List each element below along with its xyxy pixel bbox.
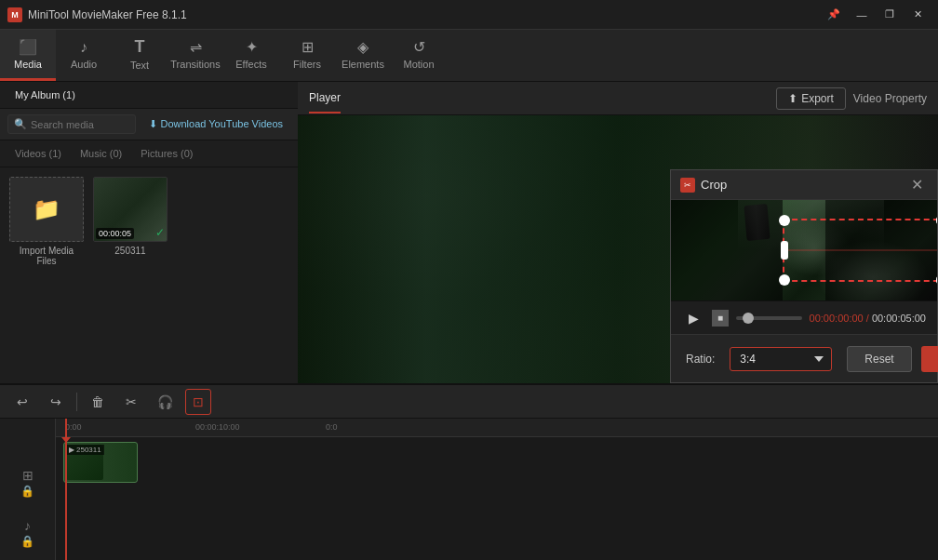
tab-audio-label: Audio <box>71 59 97 70</box>
cut-button[interactable]: ✂ <box>118 389 144 415</box>
video-track-label: ⊞ 🔒 <box>0 460 55 506</box>
crop-close-button[interactable]: ✕ <box>905 174 928 196</box>
left-panel-header: 🔍 ⬇ Download YouTube Videos <box>0 109 298 140</box>
progress-bar[interactable] <box>736 316 802 320</box>
import-media-item[interactable]: 📁 Import Media Files <box>9 177 84 266</box>
tab-filters[interactable]: ⊞ Filters <box>279 30 335 81</box>
right-panel: Player ⬆ Export Video Property <box>298 82 938 383</box>
effects-icon: ✦ <box>246 38 258 56</box>
tab-audio[interactable]: ♪ Audio <box>56 30 112 81</box>
audio-lock-icon: 🔒 <box>20 535 34 548</box>
crop-dialog: ✂ Crop ✕ <box>670 169 938 383</box>
progress-thumb[interactable] <box>743 313 754 324</box>
video-check-icon: ✓ <box>155 226 165 239</box>
handle-bottom-left[interactable] <box>779 274 790 286</box>
app-icon: M <box>7 7 22 22</box>
ratio-select-wrapper: Original 1:1 4:3 3:4 16:9 9:16 Custom <box>730 347 832 371</box>
tab-text-label: Text <box>130 60 149 71</box>
handle-bottom[interactable] <box>936 276 937 284</box>
timeline-tracks: 0:00 00:00:10:00 0:0 ▶ 250311 <box>56 419 938 560</box>
divider-1 <box>76 393 77 411</box>
nav-pictures[interactable]: Pictures (0) <box>133 144 200 163</box>
import-label: Import Media Files <box>9 246 84 266</box>
stop-button[interactable]: ■ <box>712 310 729 327</box>
crop-button[interactable]: ⊡ <box>185 389 211 415</box>
search-bar: 🔍 <box>7 114 136 134</box>
stop-icon: ■ <box>717 313 723 323</box>
player-controls: ▶ ■ 00:00:00:00 / 00:00:05:00 <box>671 300 937 334</box>
total-time: 00:00:05:00 <box>872 313 926 324</box>
close-button[interactable]: ✕ <box>904 6 931 24</box>
crop-box[interactable] <box>783 219 937 282</box>
video-media-item[interactable]: 00:00:05 ✓ 250311 <box>93 177 168 266</box>
ruler-mark-10: 00:00:10:00 <box>195 422 240 432</box>
tab-effects[interactable]: ✦ Effects <box>223 30 279 81</box>
time-display: 00:00:00:00 / 00:00:05:00 <box>810 313 926 324</box>
tab-transitions-label: Transitions <box>170 59 220 70</box>
ratio-select[interactable]: Original 1:1 4:3 3:4 16:9 9:16 Custom <box>730 347 832 371</box>
video-thumb: 00:00:05 ✓ <box>93 177 168 242</box>
undo-button[interactable]: ↩ <box>9 389 35 415</box>
clip-icon: ▶ <box>69 446 74 454</box>
player-tab[interactable]: Player <box>309 84 341 113</box>
ok-button[interactable]: OK <box>921 346 938 372</box>
tab-text[interactable]: T Text <box>112 30 168 81</box>
search-input[interactable] <box>31 119 129 130</box>
nav-music[interactable]: Music (0) <box>73 144 129 163</box>
media-content: 📁 Import Media Files 00:00:05 ✓ 250311 <box>0 167 298 383</box>
handle-top-left[interactable] <box>779 215 790 226</box>
audio-button[interactable]: 🎧 <box>152 389 178 415</box>
crop-dialog-icon: ✂ <box>680 178 695 193</box>
crop-preview <box>671 200 937 300</box>
main-toolbar: ⬛ Media ♪ Audio T Text ⇌ Transitions ✦ E… <box>0 30 938 82</box>
timeline-area: ⊞ 🔒 ♪ 🔒 0:00 00:00:10:00 0:0 <box>0 419 938 560</box>
export-icon: ⬆ <box>788 92 797 105</box>
tab-media[interactable]: ⬛ Media <box>0 30 56 81</box>
delete-button[interactable]: 🗑 <box>85 389 111 415</box>
timeline-ruler: 0:00 00:00:10:00 0:0 <box>56 419 938 437</box>
pin-button[interactable]: 📌 <box>821 6 847 24</box>
folder-icon: 📁 <box>33 196 60 222</box>
audio-track <box>56 487 938 525</box>
video-track: ▶ 250311 <box>56 439 938 486</box>
tab-effects-label: Effects <box>235 59 266 70</box>
tab-filters-label: Filters <box>293 59 321 70</box>
tab-motion-label: Motion <box>403 59 434 70</box>
play-button[interactable]: ▶ <box>682 307 704 329</box>
window-controls: 📌 — ❐ ✕ <box>821 6 931 24</box>
filters-icon: ⊞ <box>302 38 314 56</box>
timeline-section: ↩ ↪ 🗑 ✂ 🎧 ⊡ ⊞ 🔒 ♪ <box>0 383 938 560</box>
export-button[interactable]: ⬆ Export <box>776 87 846 110</box>
tab-elements[interactable]: ◈ Elements <box>335 30 391 81</box>
tab-motion[interactable]: ↺ Motion <box>391 30 447 81</box>
content-split: My Album (1) 🔍 ⬇ Download YouTube Videos… <box>0 82 938 383</box>
nav-my-album[interactable]: My Album (1) <box>7 86 83 104</box>
redo-button[interactable]: ↪ <box>43 389 69 415</box>
minimize-button[interactable]: — <box>849 6 875 24</box>
ruler-spacer <box>0 437 55 456</box>
main-content: My Album (1) 🔍 ⬇ Download YouTube Videos… <box>0 82 938 560</box>
ruler-mark-0: 0:00 <box>65 422 82 432</box>
search-icon: 🔍 <box>14 118 27 130</box>
handle-left[interactable] <box>781 241 788 260</box>
timeline-toolbar: ↩ ↪ 🗑 ✂ 🎧 ⊡ <box>0 385 938 419</box>
restore-button[interactable]: ❐ <box>877 6 903 24</box>
reset-button[interactable]: Reset <box>847 346 911 372</box>
video-clip[interactable]: ▶ 250311 <box>63 442 138 483</box>
player-header: Player ⬆ Export Video Property <box>298 82 938 115</box>
transitions-icon: ⇌ <box>190 38 202 56</box>
playhead[interactable] <box>65 419 67 560</box>
tab-transitions[interactable]: ⇌ Transitions <box>168 30 223 81</box>
handle-top[interactable] <box>936 217 937 224</box>
video-property-button[interactable]: Video Property <box>853 92 927 105</box>
crop-title: Crop <box>701 178 905 192</box>
music-icon: ♪ <box>24 518 31 533</box>
left-panel-nav: My Album (1) <box>0 82 298 109</box>
nav-videos[interactable]: Videos (1) <box>7 144 69 163</box>
crop-overlay-left <box>671 200 783 300</box>
sub-nav: Videos (1) Music (0) Pictures (0) <box>0 140 298 167</box>
lock-icon: 🔒 <box>20 485 34 498</box>
video-track-icons: ⊞ 🔒 <box>20 468 34 498</box>
add-track-icon[interactable]: ⊞ <box>22 468 34 483</box>
download-youtube-button[interactable]: ⬇ Download YouTube Videos <box>141 118 290 130</box>
